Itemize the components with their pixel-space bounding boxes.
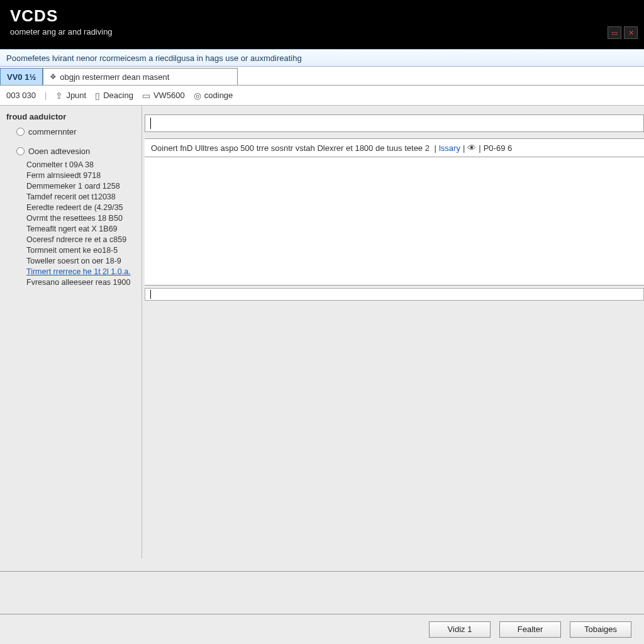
- toolbar-coding[interactable]: ◎codinge: [194, 91, 233, 101]
- tab-strip: VV0 1½ ❖ obgjn restermerr dean masent: [0, 67, 644, 86]
- tree-item[interactable]: Eeredte redeert de (4.29/35: [26, 202, 138, 213]
- info-text: Ooinert fnD Ulltres aspo 500 trre sosntr…: [151, 143, 430, 153]
- window-caption: Poomefetes lvirant nenor rcormeicesm a r…: [0, 49, 644, 67]
- minimize-icon[interactable]: ▭: [608, 26, 621, 39]
- text-cursor: [150, 290, 151, 299]
- radio-label: Ooen adtevesion: [28, 147, 90, 156]
- info-bar: Ooinert fnD Ulltres aspo 500 trre sosntr…: [145, 138, 644, 157]
- sidebar: froud aaduictor commernnter Ooen adteves…: [0, 106, 142, 558]
- info-code: P0-69 6: [484, 143, 513, 153]
- search-input[interactable]: [145, 114, 644, 132]
- tree-item[interactable]: Temeaflt ngert eat X 1B69: [26, 223, 138, 234]
- content-area: [145, 157, 644, 286]
- toolbar-deacing[interactable]: ▯Deacing: [95, 91, 133, 101]
- radio-input[interactable]: [16, 147, 25, 155]
- info-link[interactable]: lssary: [439, 143, 460, 153]
- radio-commernnter[interactable]: commernnter: [6, 125, 138, 138]
- app-header: VCDS oometer ang ar and radiving ▭ ✕: [0, 0, 644, 49]
- info-sep: |: [432, 143, 436, 153]
- tree-item[interactable]: Tormneit oment ke eo18-5: [26, 245, 138, 255]
- workarea: froud aaduictor commernnter Ooen adteves…: [0, 106, 644, 558]
- radio-label: commernnter: [28, 127, 77, 136]
- radio-input[interactable]: [16, 128, 25, 136]
- tree-list: Conmelter t 09A 38Ferm alrnsieedt 9718De…: [26, 159, 138, 287]
- tree-item[interactable]: Ovrmt the resettees 18 B50: [26, 213, 138, 223]
- divider: [0, 571, 644, 572]
- tab-label: obgjn restermerr dean masent: [60, 72, 169, 82]
- tree-item[interactable]: Conmelter t 09A 38: [26, 159, 138, 170]
- toolbar-vw[interactable]: ▭VW5600: [142, 91, 185, 101]
- tobaiges-button[interactable]: Tobaiges: [570, 621, 631, 638]
- wing-icon: ❖: [50, 72, 57, 81]
- page-icon: ▯: [95, 91, 100, 101]
- close-icon[interactable]: ✕: [624, 26, 638, 39]
- toolbar-jpunt[interactable]: ⇪Jpunt: [55, 91, 86, 101]
- tree-item[interactable]: Tirmert rrerrece he 1t 2l 1.0.a.: [26, 266, 138, 277]
- toolbar-sep: |: [45, 91, 47, 100]
- footer-bar: Vidiz 1 Fealter Tobaiges: [0, 614, 644, 644]
- header-icons: ▭ ✕: [608, 26, 638, 39]
- app-title: VCDS: [10, 6, 634, 26]
- tree-item[interactable]: Fvresano alleeseer reas 1900: [26, 277, 138, 287]
- info-sep2: |: [463, 143, 465, 153]
- tab-primary[interactable]: VV0 1½: [0, 68, 43, 85]
- tree-item[interactable]: Ferm alrnsieedt 9718: [26, 170, 138, 180]
- main-panel: Ooinert fnD Ulltres aspo 500 trre sosntr…: [142, 106, 644, 558]
- info-sep3: |: [479, 143, 480, 153]
- tab-secondary[interactable]: ❖ obgjn restermerr dean masent: [43, 68, 238, 85]
- tree-item[interactable]: Oceresf ndrerce re et a c859: [26, 234, 138, 245]
- disk-icon: ◎: [194, 91, 201, 101]
- app-subtitle: oometer ang ar and radiving: [10, 27, 634, 36]
- text-cursor: [150, 118, 151, 129]
- tree-item[interactable]: Tamdef recerit oet t12038: [26, 191, 138, 202]
- doc-icon: ▭: [142, 91, 150, 101]
- radio-adtevesion[interactable]: Ooen adtevesion: [6, 145, 138, 158]
- pointer-icon: ⇪: [55, 91, 63, 101]
- tree-item[interactable]: Demmemeker 1 oard 1258: [26, 180, 138, 191]
- tab-label: VV0 1½: [7, 72, 36, 82]
- tree-item[interactable]: Toweller soesrt on oer 18-9: [26, 255, 138, 266]
- sidebar-title: froud aaduictor: [6, 112, 138, 121]
- eye-icon[interactable]: 👁: [467, 143, 476, 153]
- fealter-button[interactable]: Fealter: [499, 621, 561, 638]
- secondary-input[interactable]: [145, 288, 644, 301]
- vidiz-button[interactable]: Vidiz 1: [429, 621, 491, 638]
- toolbar-address[interactable]: 003 030: [6, 91, 36, 100]
- toolbar: 003 030 | ⇪Jpunt ▯Deacing ▭VW5600 ◎codin…: [0, 86, 644, 106]
